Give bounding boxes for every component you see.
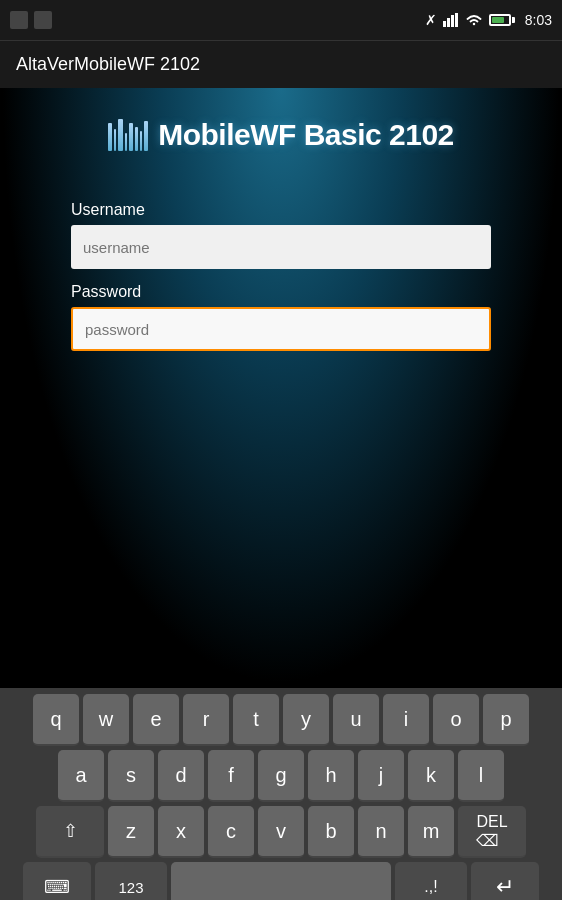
key-g[interactable]: g (258, 750, 304, 802)
key-j[interactable]: j (358, 750, 404, 802)
status-bar-right: ✗ 8:03 (425, 12, 552, 28)
keyboard-icon-key[interactable]: ⌨ (23, 862, 91, 900)
key-d[interactable]: d (158, 750, 204, 802)
key-m[interactable]: m (408, 806, 454, 858)
login-form: Username Password (71, 187, 491, 351)
password-input[interactable] (71, 307, 491, 351)
username-input[interactable] (71, 225, 491, 269)
key-w[interactable]: w (83, 694, 129, 746)
key-l[interactable]: l (458, 750, 504, 802)
notification-icon-1 (10, 11, 28, 29)
status-time: 8:03 (525, 12, 552, 28)
battery-icon (489, 14, 515, 26)
keyboard-row-4: ⌨ 123 .,! ↵ (4, 862, 558, 900)
key-x[interactable]: x (158, 806, 204, 858)
bluetooth-icon: ✗ (425, 12, 437, 28)
password-label: Password (71, 283, 491, 301)
signal-icon (443, 13, 459, 27)
app-title: MobileWF Basic 2102 (158, 118, 454, 152)
key-o[interactable]: o (433, 694, 479, 746)
keyboard-row-1: q w e r t y u i o p (4, 694, 558, 746)
key-s[interactable]: s (108, 750, 154, 802)
key-h[interactable]: h (308, 750, 354, 802)
svg-rect-3 (455, 13, 458, 27)
key-k[interactable]: k (408, 750, 454, 802)
key-u[interactable]: u (333, 694, 379, 746)
key-p[interactable]: p (483, 694, 529, 746)
keyboard-row-2: a s d f g h j k l (4, 750, 558, 802)
username-label: Username (71, 201, 491, 219)
keyboard-row-3: ⇧ z x c v b n m DEL⌫ (4, 806, 558, 858)
key-b[interactable]: b (308, 806, 354, 858)
enter-key[interactable]: ↵ (471, 862, 539, 900)
key-n[interactable]: n (358, 806, 404, 858)
barcode-logo (108, 119, 148, 151)
space-key[interactable] (171, 862, 391, 900)
sym-key[interactable]: 123 (95, 862, 167, 900)
status-bar: ✗ 8:03 (0, 0, 562, 40)
svg-rect-0 (443, 21, 446, 27)
svg-rect-1 (447, 18, 450, 27)
punctuation-key[interactable]: .,! (395, 862, 467, 900)
main-content: MobileWF Basic 2102 Username Password (0, 88, 562, 688)
app-logo-area: MobileWF Basic 2102 (108, 118, 454, 152)
status-bar-left (10, 11, 52, 29)
key-e[interactable]: e (133, 694, 179, 746)
notification-icon-2 (34, 11, 52, 29)
key-c[interactable]: c (208, 806, 254, 858)
app-bar: AltaVerMobileWF 2102 (0, 40, 562, 88)
key-z[interactable]: z (108, 806, 154, 858)
key-i[interactable]: i (383, 694, 429, 746)
shift-key[interactable]: ⇧ (36, 806, 104, 858)
key-t[interactable]: t (233, 694, 279, 746)
delete-key[interactable]: DEL⌫ (458, 806, 526, 858)
key-f[interactable]: f (208, 750, 254, 802)
wifi-icon (465, 13, 483, 27)
keyboard: q w e r t y u i o p a s d f g h j k l ⇧ … (0, 688, 562, 900)
key-v[interactable]: v (258, 806, 304, 858)
key-a[interactable]: a (58, 750, 104, 802)
app-bar-title: AltaVerMobileWF 2102 (16, 54, 200, 75)
svg-rect-2 (451, 15, 454, 27)
key-q[interactable]: q (33, 694, 79, 746)
key-r[interactable]: r (183, 694, 229, 746)
key-y[interactable]: y (283, 694, 329, 746)
